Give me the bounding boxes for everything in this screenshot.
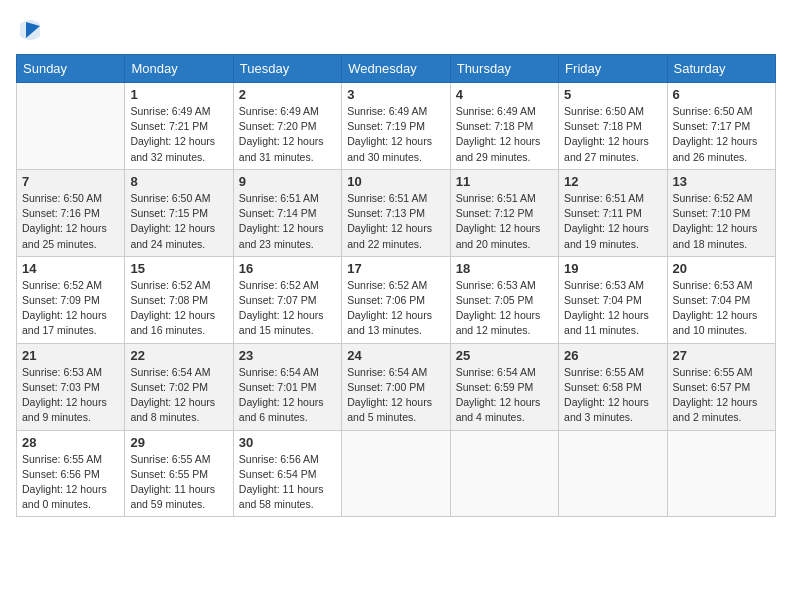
calendar-cell: 10Sunrise: 6:51 AM Sunset: 7:13 PM Dayli… — [342, 169, 450, 256]
calendar-cell: 4Sunrise: 6:49 AM Sunset: 7:18 PM Daylig… — [450, 83, 558, 170]
day-info: Sunrise: 6:55 AM Sunset: 6:57 PM Dayligh… — [673, 365, 770, 426]
day-number: 11 — [456, 174, 553, 189]
day-info: Sunrise: 6:56 AM Sunset: 6:54 PM Dayligh… — [239, 452, 336, 513]
calendar-cell — [667, 430, 775, 517]
calendar-cell: 11Sunrise: 6:51 AM Sunset: 7:12 PM Dayli… — [450, 169, 558, 256]
day-info: Sunrise: 6:52 AM Sunset: 7:06 PM Dayligh… — [347, 278, 444, 339]
page-header — [16, 16, 776, 44]
day-number: 21 — [22, 348, 119, 363]
calendar-cell — [17, 83, 125, 170]
calendar-cell: 12Sunrise: 6:51 AM Sunset: 7:11 PM Dayli… — [559, 169, 667, 256]
day-info: Sunrise: 6:49 AM Sunset: 7:21 PM Dayligh… — [130, 104, 227, 165]
day-number: 6 — [673, 87, 770, 102]
day-info: Sunrise: 6:52 AM Sunset: 7:09 PM Dayligh… — [22, 278, 119, 339]
day-info: Sunrise: 6:55 AM Sunset: 6:55 PM Dayligh… — [130, 452, 227, 513]
day-info: Sunrise: 6:53 AM Sunset: 7:04 PM Dayligh… — [564, 278, 661, 339]
calendar-cell: 7Sunrise: 6:50 AM Sunset: 7:16 PM Daylig… — [17, 169, 125, 256]
weekday-header-saturday: Saturday — [667, 55, 775, 83]
day-number: 23 — [239, 348, 336, 363]
calendar-cell: 14Sunrise: 6:52 AM Sunset: 7:09 PM Dayli… — [17, 256, 125, 343]
calendar-cell: 16Sunrise: 6:52 AM Sunset: 7:07 PM Dayli… — [233, 256, 341, 343]
day-number: 20 — [673, 261, 770, 276]
calendar-table: SundayMondayTuesdayWednesdayThursdayFrid… — [16, 54, 776, 517]
day-info: Sunrise: 6:53 AM Sunset: 7:03 PM Dayligh… — [22, 365, 119, 426]
calendar-cell: 20Sunrise: 6:53 AM Sunset: 7:04 PM Dayli… — [667, 256, 775, 343]
day-number: 12 — [564, 174, 661, 189]
calendar-cell: 3Sunrise: 6:49 AM Sunset: 7:19 PM Daylig… — [342, 83, 450, 170]
calendar-cell: 29Sunrise: 6:55 AM Sunset: 6:55 PM Dayli… — [125, 430, 233, 517]
day-number: 1 — [130, 87, 227, 102]
day-number: 4 — [456, 87, 553, 102]
calendar-cell: 15Sunrise: 6:52 AM Sunset: 7:08 PM Dayli… — [125, 256, 233, 343]
day-number: 10 — [347, 174, 444, 189]
weekday-header-wednesday: Wednesday — [342, 55, 450, 83]
day-number: 9 — [239, 174, 336, 189]
day-info: Sunrise: 6:49 AM Sunset: 7:19 PM Dayligh… — [347, 104, 444, 165]
calendar-cell: 28Sunrise: 6:55 AM Sunset: 6:56 PM Dayli… — [17, 430, 125, 517]
calendar-cell: 6Sunrise: 6:50 AM Sunset: 7:17 PM Daylig… — [667, 83, 775, 170]
day-number: 14 — [22, 261, 119, 276]
weekday-header-row: SundayMondayTuesdayWednesdayThursdayFrid… — [17, 55, 776, 83]
day-info: Sunrise: 6:51 AM Sunset: 7:12 PM Dayligh… — [456, 191, 553, 252]
calendar-week-row: 1Sunrise: 6:49 AM Sunset: 7:21 PM Daylig… — [17, 83, 776, 170]
logo-icon — [16, 16, 44, 44]
day-number: 22 — [130, 348, 227, 363]
day-info: Sunrise: 6:51 AM Sunset: 7:13 PM Dayligh… — [347, 191, 444, 252]
day-number: 8 — [130, 174, 227, 189]
day-info: Sunrise: 6:55 AM Sunset: 6:58 PM Dayligh… — [564, 365, 661, 426]
calendar-cell: 8Sunrise: 6:50 AM Sunset: 7:15 PM Daylig… — [125, 169, 233, 256]
day-number: 27 — [673, 348, 770, 363]
day-info: Sunrise: 6:50 AM Sunset: 7:18 PM Dayligh… — [564, 104, 661, 165]
day-info: Sunrise: 6:51 AM Sunset: 7:14 PM Dayligh… — [239, 191, 336, 252]
day-info: Sunrise: 6:50 AM Sunset: 7:15 PM Dayligh… — [130, 191, 227, 252]
logo — [16, 16, 48, 44]
day-info: Sunrise: 6:54 AM Sunset: 7:00 PM Dayligh… — [347, 365, 444, 426]
calendar-cell: 19Sunrise: 6:53 AM Sunset: 7:04 PM Dayli… — [559, 256, 667, 343]
calendar-cell: 2Sunrise: 6:49 AM Sunset: 7:20 PM Daylig… — [233, 83, 341, 170]
day-info: Sunrise: 6:54 AM Sunset: 7:02 PM Dayligh… — [130, 365, 227, 426]
weekday-header-tuesday: Tuesday — [233, 55, 341, 83]
calendar-cell: 25Sunrise: 6:54 AM Sunset: 6:59 PM Dayli… — [450, 343, 558, 430]
calendar-cell: 1Sunrise: 6:49 AM Sunset: 7:21 PM Daylig… — [125, 83, 233, 170]
calendar-week-row: 28Sunrise: 6:55 AM Sunset: 6:56 PM Dayli… — [17, 430, 776, 517]
weekday-header-sunday: Sunday — [17, 55, 125, 83]
day-number: 29 — [130, 435, 227, 450]
day-info: Sunrise: 6:50 AM Sunset: 7:16 PM Dayligh… — [22, 191, 119, 252]
day-number: 3 — [347, 87, 444, 102]
calendar-week-row: 7Sunrise: 6:50 AM Sunset: 7:16 PM Daylig… — [17, 169, 776, 256]
calendar-cell: 21Sunrise: 6:53 AM Sunset: 7:03 PM Dayli… — [17, 343, 125, 430]
day-info: Sunrise: 6:52 AM Sunset: 7:07 PM Dayligh… — [239, 278, 336, 339]
calendar-cell: 13Sunrise: 6:52 AM Sunset: 7:10 PM Dayli… — [667, 169, 775, 256]
calendar-cell: 30Sunrise: 6:56 AM Sunset: 6:54 PM Dayli… — [233, 430, 341, 517]
day-number: 28 — [22, 435, 119, 450]
calendar-week-row: 14Sunrise: 6:52 AM Sunset: 7:09 PM Dayli… — [17, 256, 776, 343]
day-info: Sunrise: 6:54 AM Sunset: 6:59 PM Dayligh… — [456, 365, 553, 426]
calendar-cell: 5Sunrise: 6:50 AM Sunset: 7:18 PM Daylig… — [559, 83, 667, 170]
day-info: Sunrise: 6:51 AM Sunset: 7:11 PM Dayligh… — [564, 191, 661, 252]
day-number: 2 — [239, 87, 336, 102]
day-number: 16 — [239, 261, 336, 276]
day-info: Sunrise: 6:53 AM Sunset: 7:05 PM Dayligh… — [456, 278, 553, 339]
day-number: 19 — [564, 261, 661, 276]
calendar-cell: 27Sunrise: 6:55 AM Sunset: 6:57 PM Dayli… — [667, 343, 775, 430]
day-number: 13 — [673, 174, 770, 189]
day-number: 7 — [22, 174, 119, 189]
calendar-cell: 23Sunrise: 6:54 AM Sunset: 7:01 PM Dayli… — [233, 343, 341, 430]
weekday-header-thursday: Thursday — [450, 55, 558, 83]
day-info: Sunrise: 6:50 AM Sunset: 7:17 PM Dayligh… — [673, 104, 770, 165]
day-number: 17 — [347, 261, 444, 276]
day-info: Sunrise: 6:52 AM Sunset: 7:08 PM Dayligh… — [130, 278, 227, 339]
calendar-cell — [342, 430, 450, 517]
calendar-cell: 26Sunrise: 6:55 AM Sunset: 6:58 PM Dayli… — [559, 343, 667, 430]
day-info: Sunrise: 6:55 AM Sunset: 6:56 PM Dayligh… — [22, 452, 119, 513]
weekday-header-monday: Monday — [125, 55, 233, 83]
day-info: Sunrise: 6:54 AM Sunset: 7:01 PM Dayligh… — [239, 365, 336, 426]
day-number: 18 — [456, 261, 553, 276]
calendar-cell: 22Sunrise: 6:54 AM Sunset: 7:02 PM Dayli… — [125, 343, 233, 430]
day-info: Sunrise: 6:49 AM Sunset: 7:20 PM Dayligh… — [239, 104, 336, 165]
calendar-cell: 18Sunrise: 6:53 AM Sunset: 7:05 PM Dayli… — [450, 256, 558, 343]
calendar-week-row: 21Sunrise: 6:53 AM Sunset: 7:03 PM Dayli… — [17, 343, 776, 430]
day-number: 24 — [347, 348, 444, 363]
weekday-header-friday: Friday — [559, 55, 667, 83]
calendar-cell: 17Sunrise: 6:52 AM Sunset: 7:06 PM Dayli… — [342, 256, 450, 343]
